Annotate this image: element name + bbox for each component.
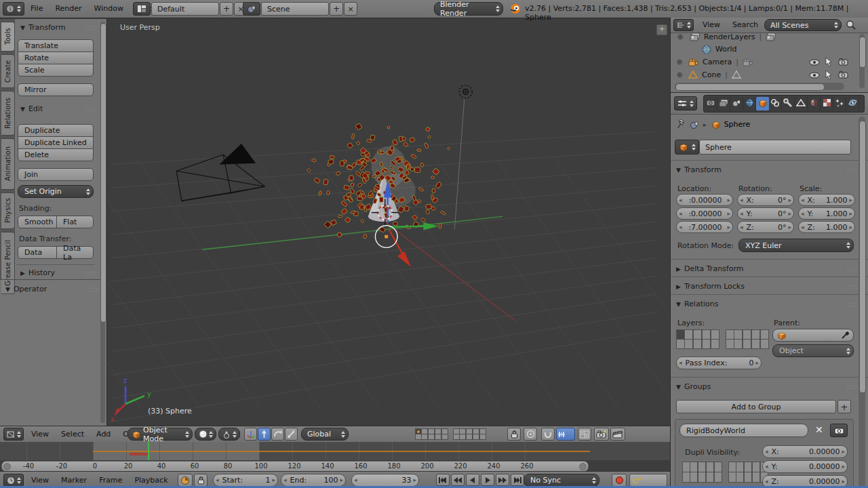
tool-shelf-scrollbar[interactable] xyxy=(100,22,105,423)
layer-cell[interactable] xyxy=(711,339,719,349)
scene-icon-button[interactable] xyxy=(243,2,260,16)
jump-to-end-button[interactable] xyxy=(511,474,524,486)
outliner-menu-search[interactable]: Search xyxy=(726,20,764,29)
properties-tab-object[interactable] xyxy=(756,97,769,110)
relations-layers-grid-2[interactable] xyxy=(726,329,770,349)
object-id-dropdown[interactable] xyxy=(675,140,699,155)
manipulator-scale-button[interactable] xyxy=(285,428,298,441)
topbar-menu-window[interactable]: Window xyxy=(88,4,130,13)
layer-cell[interactable] xyxy=(734,339,743,349)
layer-cell[interactable] xyxy=(743,329,751,340)
screen-layout-icon-button[interactable] xyxy=(133,2,151,16)
duplicate-linked-button[interactable]: Duplicate Linked xyxy=(18,136,94,149)
layer-cell[interactable] xyxy=(736,472,744,483)
proportional-edit-button[interactable] xyxy=(524,428,537,441)
selectable-cursor-icon[interactable] xyxy=(825,58,833,66)
time-playback-options-button[interactable] xyxy=(178,474,193,487)
layer-cell[interactable] xyxy=(760,329,769,340)
layer-cell[interactable] xyxy=(684,339,693,349)
eye-icon[interactable] xyxy=(809,72,820,79)
av-sync-dropdown[interactable]: No Sync xyxy=(524,474,599,487)
timeline-scrollbar-left-dot[interactable] xyxy=(3,463,11,470)
timeline-menu-view[interactable]: View xyxy=(25,476,55,485)
search-icon[interactable] xyxy=(846,20,856,30)
frame-end-field[interactable]: ◂End: 100▸ xyxy=(281,474,346,487)
properties-tab-data[interactable] xyxy=(795,97,808,110)
play-reverse-button[interactable] xyxy=(466,474,479,486)
layer-cell[interactable] xyxy=(435,434,441,440)
layer-cell[interactable] xyxy=(752,462,760,472)
eyedropper-icon[interactable] xyxy=(841,331,850,340)
editor-type-button-outliner[interactable] xyxy=(673,19,694,31)
layer-cell[interactable] xyxy=(702,339,711,349)
layer-cell[interactable] xyxy=(693,329,702,340)
shelf-tab-create[interactable]: Create xyxy=(1,54,15,88)
layer-cell[interactable] xyxy=(760,339,769,349)
panel-header-relations[interactable]: ▼Relations:::: xyxy=(676,300,858,308)
add-to-group-button[interactable]: Add to Group xyxy=(676,400,836,413)
layer-cell[interactable] xyxy=(473,434,479,440)
outliner-row-renderlayers[interactable]: ⊕ RenderLayers | xyxy=(671,30,848,43)
layer-cell[interactable] xyxy=(428,434,435,440)
panel-header-transform[interactable]: ▼Transform:::: xyxy=(20,23,96,32)
scale-z-field[interactable]: ◂Z:1.000▸ xyxy=(798,221,855,233)
breadcrumb-scene-icon[interactable] xyxy=(690,120,699,129)
dupli-layers-grid-1[interactable] xyxy=(682,462,723,483)
outliner-v-scrollbar[interactable] xyxy=(859,34,865,88)
close-scene-button[interactable]: × xyxy=(344,2,357,16)
layer-cell[interactable] xyxy=(734,329,743,340)
mirror-button[interactable]: Mirror xyxy=(18,83,94,96)
rotation-x-field[interactable]: ◂X:0°▸ xyxy=(737,194,794,206)
panel-header-operator[interactable]: ▼Operator:::: xyxy=(5,285,99,293)
mode-dropdown[interactable]: Object Mode xyxy=(127,428,193,441)
layer-cell[interactable] xyxy=(684,329,693,340)
layer-cell[interactable] xyxy=(421,434,428,440)
shelf-tab-animation[interactable]: Animation xyxy=(1,138,15,190)
layer-cell[interactable] xyxy=(706,472,714,483)
layer-cell[interactable] xyxy=(441,434,448,440)
properties-scrollbar[interactable] xyxy=(859,117,865,488)
editor-type-button-properties[interactable] xyxy=(674,96,697,110)
jump-to-start-button[interactable] xyxy=(436,474,450,486)
panel-header-transform-props[interactable]: ▼Transform:::: xyxy=(676,165,858,174)
layer-cell[interactable] xyxy=(702,329,711,340)
timeline-menu-frame[interactable]: Frame xyxy=(93,476,128,485)
layer-cell[interactable] xyxy=(751,329,760,340)
rotation-mode-dropdown[interactable]: XYZ Euler xyxy=(738,239,854,252)
view3d-menu-select[interactable]: Select xyxy=(55,430,90,439)
scale-y-field[interactable]: ◂Y:1.000▸ xyxy=(798,207,855,220)
panel-header-history[interactable]: ▶History:::: xyxy=(20,268,96,277)
render-engine-dropdown[interactable]: Blender Render xyxy=(434,2,503,16)
location-x-field[interactable]: ◂:0.00000▸ xyxy=(676,194,733,206)
timeline-band[interactable] xyxy=(0,442,670,460)
screen-layout-field[interactable]: Default xyxy=(151,2,219,16)
timeline-menu-playback[interactable]: Playback xyxy=(128,476,174,485)
manipulator-rotate-button[interactable] xyxy=(271,428,284,441)
group-name-field[interactable]: RigidBodyWorld xyxy=(679,424,808,437)
properties-tab-render-layers[interactable] xyxy=(717,97,730,110)
shelf-tab-relations[interactable]: Relations xyxy=(1,91,15,136)
parent-type-dropdown[interactable]: Object xyxy=(772,344,854,357)
panel-header-edit[interactable]: ▼Edit:::: xyxy=(20,104,96,113)
layer-cell[interactable] xyxy=(698,462,706,472)
renderable-camera-icon[interactable] xyxy=(838,58,848,66)
location-y-field[interactable]: ◂:0.00000▸ xyxy=(676,207,733,220)
transform-orientation-dropdown[interactable]: Global xyxy=(301,428,349,441)
timeline-scrollbar-right-dot[interactable] xyxy=(579,463,587,470)
layer-cell[interactable] xyxy=(690,462,698,472)
current-frame-line[interactable] xyxy=(148,442,149,460)
current-frame-field[interactable]: ◂33▸ xyxy=(351,474,419,487)
layer-cell[interactable] xyxy=(693,339,702,349)
viewport-layers-grid-2[interactable] xyxy=(453,428,487,440)
eye-icon[interactable] xyxy=(809,59,820,66)
shelf-tab-tools[interactable]: Tools xyxy=(1,22,15,52)
layer-cell[interactable] xyxy=(711,329,719,340)
timeline-menu-marker[interactable]: Marker xyxy=(55,476,93,485)
layer-cell[interactable] xyxy=(752,472,760,483)
properties-tab-scene[interactable] xyxy=(730,97,743,110)
rotation-z-field[interactable]: ◂Z:0°▸ xyxy=(737,221,794,233)
panel-header-groups[interactable]: ▼Groups:::: xyxy=(676,382,858,391)
scale-button[interactable]: Scale xyxy=(18,64,94,77)
add-scene-button[interactable]: + xyxy=(330,2,343,16)
manipulator-toggle-button[interactable] xyxy=(244,428,257,441)
